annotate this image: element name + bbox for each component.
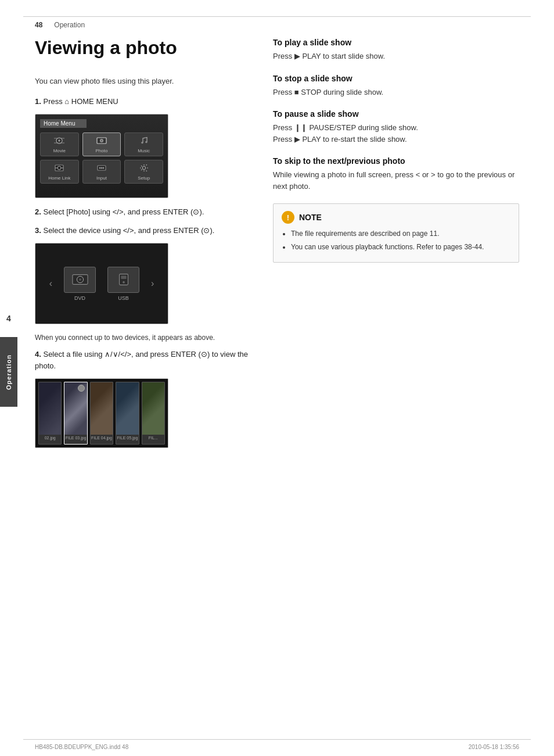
step-4-text: Select a file using ∧/∨/</>, and press E… — [35, 350, 248, 370]
note-icon: ! — [282, 211, 294, 224]
photo-filename-1: 02.jpg — [39, 435, 61, 441]
photo-filename-4: FILE 05.jpg — [116, 435, 138, 441]
usb-icon-box — [107, 267, 139, 293]
usb-device: USB — [107, 267, 139, 301]
device-select-screenshot: ‹ DVD — [35, 243, 168, 324]
device-caption: When you connect up to two devices, it a… — [35, 332, 256, 343]
dvd-label: DVD — [64, 295, 96, 301]
home-menu-photo-label: Photo — [84, 148, 120, 153]
step-2-num: 2. — [35, 207, 41, 216]
section-stop-heading: To stop a slide show — [273, 74, 519, 83]
left-arrow: ‹ — [49, 278, 52, 289]
page-border-top — [23, 16, 531, 17]
movie-icon — [42, 137, 77, 147]
dvd-icon-box — [64, 267, 96, 293]
home-menu-homelink-label: Home Link — [42, 175, 77, 181]
photo-browse-screenshot: 02.jpg FILE 03.jpg FILE 04.jpg FILE 05.j… — [35, 378, 168, 448]
svg-point-16 — [102, 167, 104, 169]
section-play: To play a slide show Press ▶ PLAY to sta… — [273, 38, 519, 62]
left-column: Viewing a photo You can view photo files… — [35, 38, 256, 727]
page-header: 48 Operation — [35, 21, 519, 29]
svg-point-17 — [142, 167, 145, 170]
svg-point-6 — [100, 140, 102, 142]
right-arrow: › — [151, 278, 154, 289]
homelink-icon — [42, 164, 77, 174]
step-2-text: Select [Photo] using </>, and press ENTE… — [43, 207, 204, 216]
step-1: 1. Press ⌂ HOME MENU — [35, 96, 256, 108]
photo-filename-2: FILE 03.jpg — [64, 435, 87, 441]
home-menu-grid: Movie Photo — [40, 132, 163, 184]
note-header: ! NOTE — [282, 211, 510, 224]
footer-left: HB485-DB.BDEUPPK_ENG.indd 48 — [35, 744, 128, 750]
section-skip-body: While viewing a photo in full screen, pr… — [273, 169, 519, 192]
photo-filename-3: FILE 04.jpg — [91, 435, 113, 441]
note-item-2: You can use various playback functions. … — [291, 242, 510, 253]
music-icon — [126, 137, 161, 147]
home-menu-photo: Photo — [82, 132, 121, 156]
step-4: 4. Select a file using ∧/∨/</>, and pres… — [35, 349, 256, 371]
page-border-bottom — [23, 739, 531, 740]
section-pause: To pause a slide show Press ❙❙ PAUSE/STE… — [273, 109, 519, 145]
step-3-num: 3. — [35, 226, 41, 235]
svg-point-1 — [58, 139, 60, 142]
section-pause-body: Press ❙❙ PAUSE/STEP during slide show.Pr… — [273, 122, 519, 145]
dvd-device: DVD — [64, 267, 96, 301]
home-menu-music: Music — [124, 132, 163, 156]
step-3: 3. Select the device using </>, and pres… — [35, 225, 256, 237]
home-menu-movie-label: Movie — [42, 148, 77, 153]
page-title: Viewing a photo — [35, 38, 256, 58]
header-chapter: Operation — [54, 21, 85, 29]
page-footer: HB485-DB.BDEUPPK_ENG.indd 48 2010-05-18 … — [35, 744, 519, 750]
input-icon — [84, 164, 120, 174]
step-1-num: 1. — [35, 97, 41, 106]
photo-thumb-2: FILE 03.jpg — [64, 382, 87, 445]
section-pause-heading: To pause a slide show — [273, 109, 519, 119]
side-tab-label: Operation — [5, 354, 12, 390]
svg-point-15 — [100, 167, 102, 169]
home-menu-input: Input — [82, 160, 121, 184]
note-title: NOTE — [299, 213, 322, 222]
photo-filename-5: FIL... — [142, 435, 164, 441]
home-menu-homelink: Home Link — [40, 160, 79, 184]
svg-point-8 — [145, 141, 148, 144]
photo-thumb-4: FILE 05.jpg — [116, 382, 139, 445]
page-number: 48 — [35, 21, 42, 29]
setup-icon — [126, 164, 161, 174]
photo-icon — [84, 137, 120, 147]
photo-thumb-5: FIL... — [142, 382, 165, 445]
note-box: ! NOTE The file requirements are describ… — [273, 203, 519, 263]
main-content: Viewing a photo You can view photo files… — [35, 38, 519, 727]
home-menu-movie: Movie — [40, 132, 79, 156]
step-2: 2. Select [Photo] using </>, and press E… — [35, 206, 256, 218]
step-3-text: Select the device using </>, and press E… — [43, 226, 214, 235]
photo-thumb-1: 02.jpg — [38, 382, 62, 445]
svg-point-20 — [79, 278, 81, 281]
section-skip: To skip to the next/previous photo While… — [273, 156, 519, 192]
home-menu-titlebar: Home Menu — [40, 119, 87, 128]
section-skip-heading: To skip to the next/previous photo — [273, 156, 519, 166]
intro-text: You can view photo files using this play… — [35, 76, 256, 87]
section-play-body: Press ▶ PLAY to start slide show. — [273, 51, 519, 62]
home-menu-setup-label: Setup — [126, 175, 161, 181]
svg-point-7 — [141, 142, 143, 144]
side-tab: Operation — [0, 337, 17, 407]
step-4-num: 4. — [35, 350, 41, 359]
home-menu-setup: Setup — [124, 160, 163, 184]
svg-point-23 — [123, 281, 125, 284]
home-menu-input-label: Input — [84, 175, 120, 181]
svg-point-14 — [99, 167, 100, 169]
section-stop: To stop a slide show Press ■ STOP during… — [273, 74, 519, 98]
home-menu-screenshot: Home Menu Movie — [35, 114, 168, 198]
footer-right: 2010-05-18 1:35:56 — [469, 744, 519, 750]
usb-label: USB — [107, 295, 139, 301]
svg-rect-22 — [121, 276, 126, 280]
step-1-text: Press ⌂ HOME MENU — [43, 97, 118, 106]
right-column: To play a slide show Press ▶ PLAY to sta… — [273, 38, 519, 727]
section-play-heading: To play a slide show — [273, 38, 519, 47]
home-menu-music-label: Music — [126, 148, 161, 153]
photo-thumb-3: FILE 04.jpg — [90, 382, 113, 445]
note-item-1: The file requirements are described on p… — [291, 228, 510, 239]
note-list: The file requirements are described on p… — [282, 228, 510, 253]
section-stop-body: Press ■ STOP during slide show. — [273, 87, 519, 98]
side-tab-number: 4 — [0, 314, 17, 323]
